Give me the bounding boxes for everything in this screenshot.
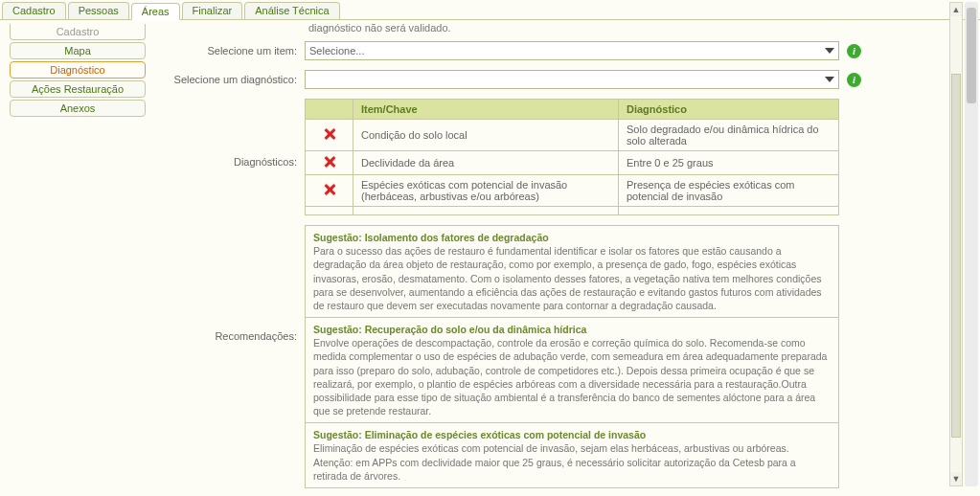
tab-label: Análise Técnica — [255, 5, 329, 16]
sidebar-item-cadastro[interactable]: Cadastro — [10, 24, 146, 40]
rec-title: Sugestão: Isolamento dos fatores de degr… — [313, 231, 831, 244]
main-content: diagnóstico não será validado. Selecione… — [151, 20, 980, 496]
sidebar-item-acoes-restauracao[interactable]: Ações Restauração — [10, 80, 146, 98]
recomendacoes-box: Sugestão: Isolamento dos fatores de degr… — [305, 225, 839, 488]
tab-pessoas[interactable]: Pessoas — [68, 2, 129, 19]
sidebar-item-label: Diagnóstico — [50, 64, 104, 76]
sidebar-item-label: Cadastro — [57, 26, 100, 37]
inner-scrollbar[interactable]: ▲ ▼ — [949, 2, 963, 486]
label-select-diag: Selecione um diagnóstico: — [155, 74, 305, 85]
label-select-item: Selecione um item: — [155, 45, 305, 56]
chevron-down-icon — [825, 77, 834, 82]
select-item-value: Selecione... — [309, 45, 364, 56]
rec-title: Sugestão: Recuperação do solo e/ou da di… — [313, 323, 831, 336]
rec-body: Envolve operações de descompactação, con… — [313, 337, 827, 417]
cell-item: Espécies exóticas com potencial de invas… — [353, 175, 619, 207]
scroll-up-icon[interactable]: ▲ — [950, 3, 962, 16]
diagnosticos-table: Item/Chave Diagnóstico Condição do solo … — [305, 99, 839, 215]
tab-finalizar[interactable]: Finalizar — [182, 2, 243, 19]
scroll-down-icon[interactable]: ▼ — [950, 472, 962, 485]
top-tabs: Cadastro Pessoas Áreas Finalizar Análise… — [0, 0, 980, 20]
select-diagnostico[interactable] — [305, 70, 839, 89]
label-diagnosticos: Diagnósticos: — [155, 99, 305, 168]
rec-body: Eliminação de espécies exóticas com pote… — [313, 442, 796, 481]
label-recomendacoes: Recomendações: — [155, 225, 305, 342]
cell-diag: Presença de espécies exóticas com potenc… — [619, 175, 839, 207]
cell-diag: Solo degradado e/ou dinâmica hídrica do … — [619, 120, 839, 151]
tab-label: Pessoas — [79, 5, 119, 16]
outer-scrollbar[interactable] — [965, 2, 978, 486]
cell-diag: Entre 0 e 25 graus — [619, 151, 839, 175]
table-row: Declividade da área Entre 0 e 25 graus — [306, 151, 839, 175]
th-item-chave: Item/Chave — [353, 100, 619, 120]
tab-label: Áreas — [142, 6, 170, 17]
table-row — [306, 207, 839, 215]
rec-body: Para o sucesso das ações de restauro é f… — [313, 245, 822, 311]
tab-areas[interactable]: Áreas — [131, 3, 180, 20]
scroll-track[interactable] — [950, 16, 962, 472]
tab-label: Finalizar — [193, 5, 233, 16]
cell-item: Condição do solo local — [353, 120, 619, 151]
th-diagnostico: Diagnóstico — [619, 100, 839, 120]
cell-item: Declividade da área — [353, 151, 619, 175]
sidebar: Cadastro Mapa Diagnóstico Ações Restaura… — [0, 20, 151, 496]
delete-icon[interactable] — [323, 127, 336, 141]
scroll-thumb[interactable] — [951, 74, 961, 438]
recommendation-item: Sugestão: Recuperação do solo e/ou da di… — [306, 318, 838, 423]
warning-tail: diagnóstico não será validado. — [155, 20, 951, 41]
sidebar-item-anexos[interactable]: Anexos — [10, 100, 146, 117]
table-row: Espécies exóticas com potencial de invas… — [306, 175, 839, 207]
select-item[interactable]: Selecione... — [305, 41, 839, 60]
table-row: Condição do solo local Solo degradado e/… — [306, 120, 839, 151]
delete-icon[interactable] — [323, 155, 336, 169]
tab-cadastro[interactable]: Cadastro — [2, 2, 66, 19]
chevron-down-icon — [825, 48, 834, 54]
scroll-thumb[interactable] — [967, 8, 976, 103]
table-header-row: Item/Chave Diagnóstico — [306, 100, 839, 120]
rec-title: Sugestão: Eliminação de espécies exótica… — [313, 428, 831, 441]
tab-label: Cadastro — [12, 5, 56, 16]
recommendation-item: Sugestão: Isolamento dos fatores de degr… — [306, 226, 838, 318]
recommendation-item: Sugestão: Eliminação de espécies exótica… — [306, 423, 838, 487]
sidebar-item-mapa[interactable]: Mapa — [10, 42, 146, 59]
sidebar-item-label: Mapa — [64, 45, 91, 56]
tab-analise-tecnica[interactable]: Análise Técnica — [244, 2, 339, 19]
sidebar-item-diagnostico[interactable]: Diagnóstico — [10, 61, 146, 79]
sidebar-item-label: Anexos — [60, 102, 96, 114]
info-icon[interactable]: i — [847, 73, 861, 87]
sidebar-item-label: Ações Restauração — [32, 83, 124, 95]
app-frame: Cadastro Pessoas Áreas Finalizar Análise… — [0, 0, 980, 496]
th-actions — [306, 100, 353, 120]
delete-icon[interactable] — [323, 183, 336, 196]
info-icon[interactable]: i — [847, 44, 861, 58]
